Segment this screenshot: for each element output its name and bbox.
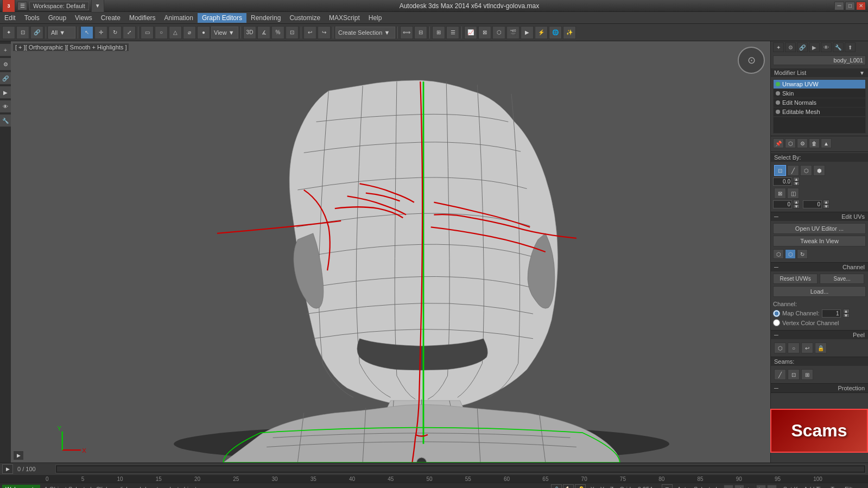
redo[interactable]: ↪ [318,26,331,39]
key-icon[interactable]: 🔑 [575,484,586,489]
menu-maxscript[interactable]: MAXScript [325,13,364,23]
delete-icon[interactable]: 🗑 [809,138,820,148]
link-tool[interactable]: 🔗 [30,26,43,39]
expand-icon[interactable]: ⬆ [845,42,856,52]
grid-toggle[interactable]: ⊡ [662,484,673,489]
motion-tab-icon[interactable]: ▶ [809,42,820,52]
menu-help[interactable]: Help [364,13,387,23]
map-channel-input[interactable] [822,309,841,318]
menu-icon[interactable]: ☰ [17,2,27,10]
select-input-3[interactable] [803,200,822,208]
utilities-panel[interactable]: 🔧 [0,114,12,127]
lock-icon[interactable]: 🔒 [551,484,562,489]
spin-down-3[interactable]: ▼ [823,204,829,208]
display-panel[interactable]: 👁 [0,100,12,113]
poly-button[interactable]: ▭ [141,26,154,39]
schematic[interactable]: ⊠ [478,26,491,39]
display-tab-icon[interactable]: 👁 [821,42,832,52]
prev-key[interactable]: ◀ [734,485,744,489]
render-frame[interactable]: ▶ [521,26,534,39]
save-button[interactable]: Save... [820,274,864,284]
env-icon[interactable]: ⬡ [785,138,796,148]
undo[interactable]: ↩ [303,26,316,39]
menu-group[interactable]: Group [44,13,71,23]
menu-animation[interactable]: Animation [160,13,198,23]
modifier-unwrap-uvw[interactable]: Unwrap UVW [774,80,865,89]
hierarchy-tab-icon[interactable]: 🔗 [797,42,808,52]
seam-btn-3[interactable]: ⊞ [801,369,813,380]
welcome-tab[interactable]: Welcome to [2,485,40,489]
menu-modifiers[interactable]: Modifiers [125,13,160,23]
curve-editor[interactable]: 📈 [464,26,477,39]
filter-dropdown[interactable]: All ▼ [48,27,75,39]
select-by-face[interactable]: ◫ [787,188,799,199]
menu-tools[interactable]: Tools [20,13,44,23]
quickrender[interactable]: ⚡ [535,26,548,39]
rotate-button[interactable]: ↻ [109,26,122,39]
play-anim[interactable]: ▶ [745,485,755,489]
peel-btn-3[interactable]: ↩ [801,343,813,353]
select-edge-icon[interactable]: ╱ [787,165,799,176]
motion-panel[interactable]: ▶ [0,86,12,99]
menu-rendering[interactable]: Rendering [246,13,285,23]
seam-btn-1[interactable]: ╱ [774,369,786,380]
move-button[interactable]: ✛ [94,26,107,39]
pin-icon[interactable]: 📌 [773,138,784,148]
spin-down-2[interactable]: ▼ [793,204,800,208]
peel-btn-1[interactable]: ⬡ [774,343,786,353]
modifier-name-input[interactable]: body_L001 [773,55,866,65]
select-input-2[interactable] [773,200,792,208]
modifier-editable-mesh[interactable]: Editable Mesh [774,107,865,117]
modifier-list-header[interactable]: Modifier List ▼ [771,68,868,77]
mirror[interactable]: ⟺ [400,26,413,39]
select-tool[interactable]: ✦ [2,26,15,39]
effects[interactable]: ✨ [563,26,576,39]
create-selection-dropdown[interactable]: Create Selection ▼ [335,27,395,39]
workspace-dropdown[interactable]: ▼ [91,0,104,12]
menu-customize[interactable]: Customize [285,13,325,23]
vertex-color-radio[interactable] [773,319,780,326]
map-channel-radio[interactable] [773,310,780,317]
load-button[interactable]: Load... [773,286,866,297]
lasso-button[interactable]: ⌀ [183,26,196,39]
peel-btn-2[interactable]: ○ [788,343,800,353]
paint-button[interactable]: ● [197,26,210,39]
up-icon[interactable]: ▲ [821,138,832,148]
workspace-label[interactable]: Workspace: Default [29,2,89,10]
peel-icon-2[interactable]: ⬡ [785,249,796,259]
modifier-skin[interactable]: Skin [774,89,865,98]
close-button[interactable]: ✕ [856,2,866,10]
menu-create[interactable]: Create [97,13,125,23]
select-vertex-icon[interactable]: ⊡ [774,165,786,176]
channel-header[interactable]: ─ Channel [771,263,868,271]
nav-cube[interactable]: ⊙ [738,47,765,74]
maximize-button[interactable]: □ [845,2,855,10]
select-button[interactable]: ↖ [80,26,93,39]
view-dropdown[interactable]: View ▼ [211,27,238,39]
percent-snap[interactable]: % [271,26,284,39]
protection-header[interactable]: ─ Protection [771,384,868,392]
angle-snap[interactable]: ∡ [257,26,270,39]
peel-icon-1[interactable]: ⬡ [773,249,784,259]
menu-graph-editors[interactable]: Graph Editors [198,13,246,23]
peel-header[interactable]: ─ Peel [771,331,868,339]
scale-button[interactable]: ⤢ [123,26,136,39]
layer[interactable]: ⊞ [432,26,445,39]
timeline-track[interactable] [55,465,866,473]
modify-panel[interactable]: ⚙ [0,58,12,71]
edit-uvs-header[interactable]: ─ Edit UVs [771,212,868,221]
modifier-edit-normals[interactable]: Edit Normals [774,98,865,107]
select-poly-icon[interactable]: ⬡ [800,165,812,176]
fence-button[interactable]: △ [169,26,182,39]
next-frame[interactable]: ⏭ [767,485,777,489]
bone-icon[interactable]: 🦴 [563,484,574,489]
ribbon[interactable]: ☰ [446,26,459,39]
snap-3d[interactable]: 3D [243,26,256,39]
reset-uvws-button[interactable]: Reset UVWs [773,274,818,284]
peel-btn-4[interactable]: 🔒 [815,343,827,353]
material-editor[interactable]: ⬡ [492,26,505,39]
spinner-snap[interactable]: ⊡ [286,26,299,39]
config-icon[interactable]: ⚙ [797,138,808,148]
open-uv-editor-button[interactable]: Open UV Editor ... [773,223,866,234]
prev-frame[interactable]: ⏮ [724,485,733,489]
